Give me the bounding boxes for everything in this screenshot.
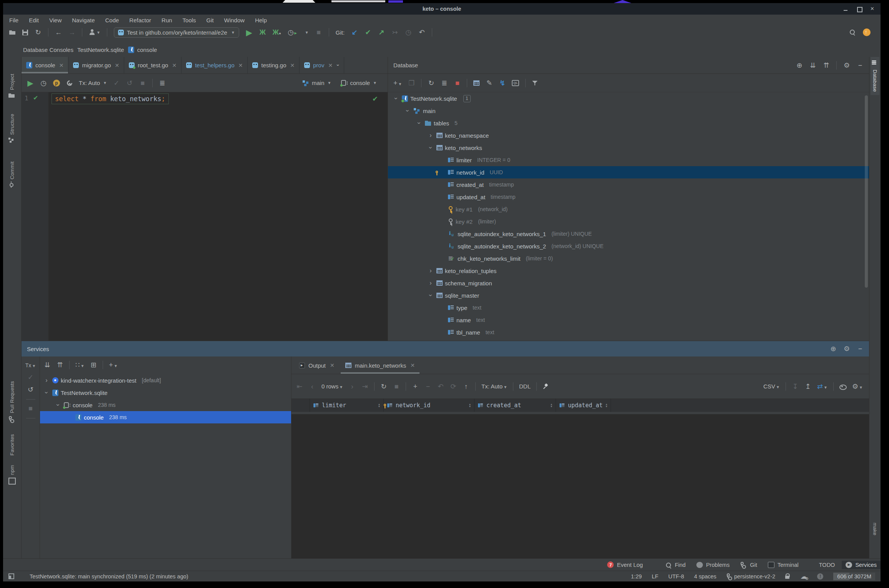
editor-tab-testing-go[interactable]: testing.go ✕	[248, 57, 300, 73]
menu-item-refactor[interactable]: Refactor	[129, 17, 151, 23]
menu-item-code[interactable]: Code	[105, 17, 119, 23]
submit-icon[interactable]: ↑	[463, 383, 469, 390]
tool-window-button-pull-requests[interactable]: Pull Requests	[8, 381, 16, 423]
sort-icon[interactable]: ▴▾	[605, 403, 608, 408]
db-tree-row-keto-relation-tuples[interactable]: › keto_relation_tuples	[388, 265, 869, 277]
output-tab-main-keto-networks[interactable]: main.keto_networks ✕	[341, 357, 420, 374]
grid-column-header-created-at[interactable]: created_at ▴▾	[474, 399, 556, 412]
gear-icon[interactable]: ⚙	[843, 345, 850, 352]
tree-chevron-icon[interactable]: ›	[427, 292, 434, 299]
indent-setting[interactable]: 4 spaces	[694, 573, 716, 580]
inspection-profile-icon[interactable]: !	[817, 573, 823, 580]
add-datasource-icon[interactable]: +▼	[393, 80, 402, 87]
revert-icon[interactable]: ↶	[437, 383, 444, 390]
update-available-icon[interactable]	[863, 28, 871, 36]
output-tab-output[interactable]: Output ✕	[295, 357, 339, 374]
cancel-icon[interactable]: ■	[139, 80, 146, 87]
db-tree-row-network-id[interactable]: network_id UUID	[388, 166, 869, 178]
git-push-icon[interactable]: ↗	[378, 29, 385, 36]
tool-window-button-npm[interactable]: npm	[8, 465, 16, 485]
attach-console-icon[interactable]: ≣	[441, 80, 448, 87]
db-tree-row-chk-keto-networks-limit[interactable]: chk_keto_networks_limit (limiter = 0)	[388, 252, 869, 265]
hide-panel-icon[interactable]: −	[857, 345, 864, 352]
tx-mode-button[interactable]: Tx▼	[25, 362, 36, 368]
next-page-icon[interactable]: ›	[349, 383, 356, 390]
commit-icon[interactable]: ✓	[27, 374, 34, 381]
search-icon[interactable]	[849, 29, 856, 36]
rollback-icon[interactable]: ↺	[126, 80, 133, 87]
db-tree-row-sqlite-autoindex-keto-networks-2[interactable]: sqlite_autoindex_keto_networks_2 (networ…	[388, 240, 869, 252]
delete-row-icon[interactable]: −	[425, 383, 431, 390]
editor-tab-test-helpers-go[interactable]: test_helpers.go ✕	[181, 57, 248, 73]
git-update-icon[interactable]: ↙	[351, 29, 358, 36]
menu-item-view[interactable]: View	[49, 17, 62, 23]
run-configuration-select[interactable]: Test in github.com/ory/keto/internal/e2e…	[114, 27, 239, 38]
breadcrumb-item-console[interactable]: console	[128, 47, 157, 53]
compare-icon[interactable]: ⇄▼	[817, 383, 827, 390]
db-tree-row-key-2[interactable]: key #2 (limiter)	[388, 215, 869, 228]
event-log-button[interactable]: 7 Event Log	[607, 561, 643, 568]
editor-tab-prov[interactable]: prov ✕ ›	[300, 57, 344, 73]
tree-chevron-icon[interactable]: ›	[427, 267, 434, 274]
tree-chevron-icon[interactable]: ›	[427, 280, 434, 287]
tree-chevron-icon[interactable]: ›	[393, 95, 400, 102]
last-page-icon[interactable]: ⇥	[361, 383, 368, 390]
editor-body[interactable]: 1 ✔ select * from keto_networks; ✔	[22, 92, 388, 341]
edit-icon[interactable]: ✎	[486, 80, 493, 87]
rollback-icon[interactable]: ↺	[27, 386, 34, 393]
gear-icon[interactable]: ⚙▼	[852, 383, 863, 390]
tool-window-button-commit[interactable]: Commit	[8, 162, 16, 189]
sort-icon[interactable]: ▴▾	[469, 403, 471, 408]
menu-item-help[interactable]: Help	[255, 17, 267, 23]
tool-window-button-services[interactable]: Services	[842, 561, 881, 569]
export-format-select[interactable]: CSV▼	[763, 383, 780, 390]
grid-column-header-network-id[interactable]: network_id ▴▾	[384, 399, 474, 412]
add-to-group-icon[interactable]: ⊞	[90, 361, 97, 368]
close-tab-icon[interactable]: ✕	[410, 362, 415, 368]
settings-wrench-icon[interactable]	[66, 80, 73, 86]
close-tab-icon[interactable]: ✕	[115, 62, 119, 68]
tree-chevron-icon[interactable]: ›	[416, 120, 423, 127]
tree-chevron-icon[interactable]: ›	[55, 401, 62, 408]
db-tree-row-key-1[interactable]: key #1 (network_id)	[388, 203, 869, 215]
locate-icon[interactable]: ⊕	[796, 62, 803, 69]
back-icon[interactable]: ←	[55, 29, 62, 36]
forward-icon[interactable]: →	[68, 29, 75, 36]
sort-icon[interactable]: ▴▾	[550, 403, 553, 408]
refresh-icon[interactable]: ↻	[428, 80, 435, 87]
tool-window-button-problems[interactable]: Problems	[693, 561, 733, 569]
db-tree-row-tables[interactable]: › tables 5	[388, 117, 869, 129]
sort-icon[interactable]: ▴▾	[378, 403, 380, 408]
group-by-icon[interactable]: ∷▼	[75, 361, 84, 368]
stop-icon[interactable]: ■	[393, 383, 400, 390]
git-commit-icon[interactable]: ✔	[365, 29, 371, 36]
maximize-icon[interactable]	[857, 7, 862, 12]
tool-window-button-database[interactable]: Database	[871, 57, 879, 95]
coverage-button[interactable]: Ж●	[273, 29, 281, 36]
profiler-button[interactable]: ◷▸	[288, 29, 298, 36]
hidden-tabs-chevron-icon[interactable]: ›	[335, 64, 341, 66]
commit-icon[interactable]: ✓	[113, 80, 120, 87]
ddl-button[interactable]: DDL	[519, 383, 531, 390]
minimize-icon[interactable]	[843, 7, 848, 12]
output-console-icon[interactable]: ≣	[159, 80, 166, 87]
debug-button[interactable]: Ж	[259, 29, 266, 36]
close-tab-icon[interactable]: ✕	[59, 62, 64, 68]
open-icon[interactable]	[9, 30, 16, 35]
jump-to-console-icon[interactable]: ↯	[499, 80, 506, 87]
session-select[interactable]: console▼	[341, 80, 377, 86]
git-history-icon[interactable]: ◷	[405, 29, 412, 36]
parameters-icon[interactable]: p	[53, 80, 60, 87]
tool-window-button-project[interactable]: Project	[8, 74, 16, 100]
duplicate-icon[interactable]: ❐	[408, 80, 415, 87]
history-icon[interactable]: ◷	[40, 80, 47, 87]
tree-chevron-icon[interactable]: ›	[43, 389, 50, 396]
db-tree-row-type[interactable]: type text	[388, 301, 869, 314]
menu-item-edit[interactable]: Edit	[29, 17, 39, 23]
db-tree-row-schema-migration[interactable]: › schema_migration	[388, 277, 869, 289]
tool-window-button-terminal[interactable]: Terminal	[764, 561, 802, 569]
tree-chevron-icon[interactable]: ›	[404, 107, 411, 114]
db-tree-row-keto-namespace[interactable]: › keto_namespace	[388, 129, 869, 142]
close-tab-icon[interactable]: ✕	[172, 62, 176, 68]
disconnect-icon[interactable]: ■	[454, 80, 461, 87]
